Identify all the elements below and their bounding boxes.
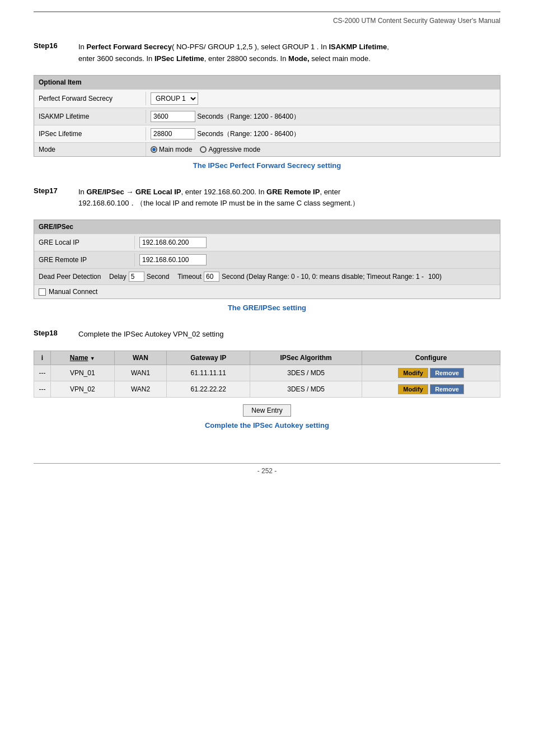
dpd-delay-input[interactable] bbox=[129, 272, 144, 282]
optional-item-table: Optional Item Perfect Forward Secrecy GR… bbox=[34, 75, 500, 157]
vpn2-algo: 3DES / MD5 bbox=[250, 381, 362, 397]
gre-remote-ip-input[interactable] bbox=[139, 254, 207, 265]
vpn1-wan: WAN1 bbox=[114, 365, 167, 381]
vpn2-i: --- bbox=[34, 381, 51, 397]
step16-bold4: Mode, bbox=[288, 54, 310, 63]
step18-caption: Complete the IPSec Autokey setting bbox=[34, 421, 500, 430]
dpd-label: Dead Peer Detection bbox=[39, 273, 101, 281]
pfs-row: Perfect Forward Secrecy GROUP 1 NO-PFS G… bbox=[34, 89, 500, 108]
dpd-help-text-end: 100) bbox=[428, 273, 442, 281]
gre-local-ip-row: GRE Local IP bbox=[34, 234, 500, 251]
vpn1-configure: Modify Remove bbox=[362, 365, 500, 381]
step17-row: Step17 In GRE/IPSec → GRE Local IP, ente… bbox=[34, 186, 500, 210]
isakmp-label: ISAKMP Lifetime bbox=[34, 110, 146, 123]
dpd-row: Dead Peer Detection Delay Second Timeout… bbox=[34, 268, 500, 284]
step17-bold1: GRE/IPSec → GRE Local IP bbox=[86, 188, 181, 196]
gre-remote-ip-value bbox=[135, 251, 500, 268]
vpn2-modify-button[interactable]: Modify bbox=[398, 384, 428, 394]
vpn1-modify-button[interactable]: Modify bbox=[398, 368, 428, 378]
mode-radio-group: Main mode Aggressive mode bbox=[151, 146, 495, 153]
gre-local-ip-label: GRE Local IP bbox=[34, 236, 135, 249]
step18-block: Step18 Complete the IPSec Autokey VPN_02… bbox=[34, 329, 500, 430]
vpn-row-1: --- VPN_01 WAN1 61.11.11.11 3DES / MD5 M… bbox=[34, 365, 500, 381]
manual-connect-label: Manual Connect bbox=[49, 288, 97, 296]
dpd-timeout-input[interactable] bbox=[204, 272, 219, 282]
page-header: CS-2000 UTM Content Security Gateway Use… bbox=[34, 11, 500, 25]
mode-aggressive-option[interactable]: Aggressive mode bbox=[200, 146, 260, 153]
page-footer: - 252 - bbox=[34, 463, 500, 475]
mode-main-option[interactable]: Main mode bbox=[151, 146, 192, 153]
step16-bold2: ISAKMP Lifetime bbox=[329, 43, 387, 51]
isakmp-input[interactable] bbox=[151, 111, 195, 122]
dpd-second-label: Second bbox=[147, 273, 170, 281]
step16-bold1: Perfect Forward Secrecy bbox=[86, 43, 171, 51]
gre-table-header: GRE/IPSec bbox=[34, 220, 500, 234]
mode-label: Mode bbox=[34, 143, 146, 156]
pfs-select[interactable]: GROUP 1 NO-PFS GROUP 2 GROUP 5 bbox=[151, 92, 198, 105]
page-wrapper: CS-2000 UTM Content Security Gateway Use… bbox=[0, 0, 534, 756]
col-ipsec-algo: IPSec Algorithm bbox=[250, 351, 362, 365]
dpd-timeout-label: Timeout bbox=[177, 273, 202, 281]
new-entry-row: New Entry bbox=[34, 404, 500, 417]
isakmp-value: Seconds（Range: 1200 - 86400） bbox=[146, 108, 500, 125]
mode-aggressive-label: Aggressive mode bbox=[208, 146, 260, 153]
vpn2-gateway: 61.22.22.22 bbox=[167, 381, 250, 397]
ipsec-lifetime-row: IPSec Lifetime Seconds（Range: 1200 - 864… bbox=[34, 125, 500, 142]
vpn2-remove-button[interactable]: Remove bbox=[430, 384, 464, 394]
vpn2-wan: WAN2 bbox=[114, 381, 167, 397]
step17-block: Step17 In GRE/IPSec → GRE Local IP, ente… bbox=[34, 186, 500, 312]
mode-row: Mode Main mode Aggressive mode bbox=[34, 142, 500, 156]
step17-bold2: GRE Remote IP bbox=[266, 188, 320, 196]
isakmp-row: ISAKMP Lifetime Seconds（Range: 1200 - 86… bbox=[34, 108, 500, 125]
pfs-label: Perfect Forward Secrecy bbox=[34, 92, 146, 105]
mode-main-radio[interactable] bbox=[151, 146, 157, 153]
gre-local-ip-input[interactable] bbox=[139, 237, 207, 248]
step16-caption: The IPSec Perfect Forward Secrecy settin… bbox=[34, 161, 500, 170]
page-number: - 252 - bbox=[257, 467, 277, 475]
step18-label: Step18 bbox=[34, 329, 78, 340]
step16-bold3: IPSec Lifetime bbox=[154, 54, 204, 63]
col-name: Name ▼ bbox=[51, 351, 115, 365]
vpn1-remove-button[interactable]: Remove bbox=[430, 368, 464, 378]
dpd-help-text: Second (Delay Range: 0 - 10, 0: means di… bbox=[222, 273, 424, 281]
col-gateway-ip: Gateway IP bbox=[167, 351, 250, 365]
col-wan: WAN bbox=[114, 351, 167, 365]
optional-item-header: Optional Item bbox=[34, 76, 500, 89]
ipsec-lifetime-help-text: Seconds（Range: 1200 - 86400） bbox=[197, 130, 299, 138]
manual-connect-row: Manual Connect bbox=[34, 284, 500, 298]
vpn2-name: VPN_02 bbox=[51, 381, 115, 397]
gre-remote-ip-label: GRE Remote IP bbox=[34, 253, 135, 267]
step16-text: In Perfect Forward Secrecy( NO-PFS/ GROU… bbox=[78, 41, 500, 65]
col-configure: Configure bbox=[362, 351, 500, 365]
vpn2-configure: Modify Remove bbox=[362, 381, 500, 397]
new-entry-button[interactable]: New Entry bbox=[243, 404, 291, 417]
isakmp-help-text: Seconds（Range: 1200 - 86400） bbox=[197, 113, 299, 120]
vpn-row-2: --- VPN_02 WAN2 61.22.22.22 3DES / MD5 M… bbox=[34, 381, 500, 397]
vpn1-i: --- bbox=[34, 365, 51, 381]
step17-text: In GRE/IPSec → GRE Local IP, enter 192.1… bbox=[78, 186, 500, 210]
step16-block: Step16 In Perfect Forward Secrecy( NO-PF… bbox=[34, 41, 500, 170]
step16-row: Step16 In Perfect Forward Secrecy( NO-PF… bbox=[34, 41, 500, 65]
vpn-table: i Name ▼ WAN Gateway IP IPSec Algorithm … bbox=[34, 351, 500, 398]
step17-text-line2: 192.168.60.100．（the local IP and remote … bbox=[78, 199, 359, 207]
mode-value: Main mode Aggressive mode bbox=[146, 143, 500, 156]
gre-remote-ip-row: GRE Remote IP bbox=[34, 251, 500, 268]
col-i: i bbox=[34, 351, 51, 365]
step18-row: Step18 Complete the IPSec Autokey VPN_02… bbox=[34, 329, 500, 340]
step17-label: Step17 bbox=[34, 186, 78, 210]
pfs-value: GROUP 1 NO-PFS GROUP 2 GROUP 5 bbox=[146, 90, 500, 108]
gre-local-ip-value bbox=[135, 234, 500, 251]
step16-label: Step16 bbox=[34, 41, 78, 65]
gre-ipsec-table: GRE/IPSec GRE Local IP GRE Remote IP Dea… bbox=[34, 220, 500, 299]
mode-aggressive-radio[interactable] bbox=[200, 146, 207, 153]
name-sort-icon: ▼ bbox=[90, 356, 95, 361]
manual-connect-checkbox[interactable] bbox=[39, 288, 46, 296]
ipsec-lifetime-value: Seconds（Range: 1200 - 86400） bbox=[146, 125, 500, 142]
dpd-delay-label: Delay bbox=[109, 273, 127, 281]
vpn1-name: VPN_01 bbox=[51, 365, 115, 381]
header-title: CS-2000 UTM Content Security Gateway Use… bbox=[333, 17, 500, 25]
vpn-table-header-row: i Name ▼ WAN Gateway IP IPSec Algorithm … bbox=[34, 351, 500, 365]
mode-main-label: Main mode bbox=[159, 146, 192, 153]
vpn1-algo: 3DES / MD5 bbox=[250, 365, 362, 381]
ipsec-lifetime-input[interactable] bbox=[151, 128, 195, 139]
